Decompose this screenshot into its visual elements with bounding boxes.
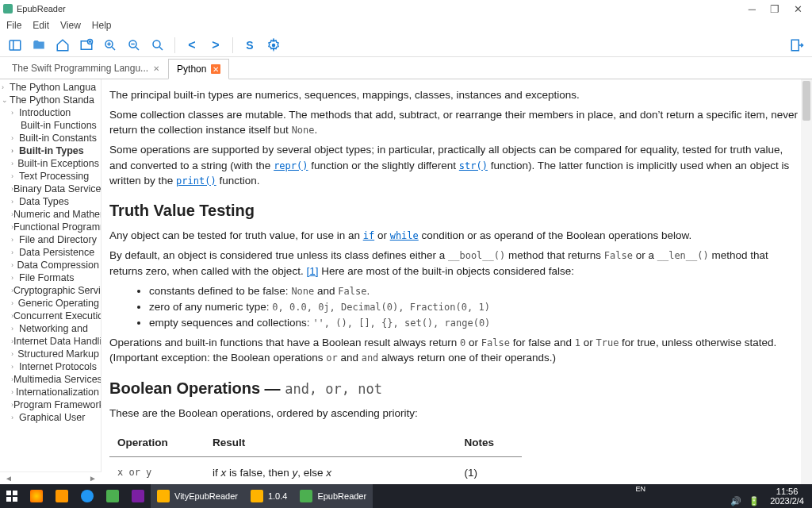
heading-boolean: Boolean Operations — and, or, not bbox=[109, 377, 798, 399]
zoom-out-icon[interactable] bbox=[125, 37, 143, 54]
taskbar: VityEpubReader 1.0.4 EpubReader EN 🔊 🔋 1… bbox=[0, 484, 812, 508]
sidebar-item[interactable]: Data Persistence bbox=[19, 247, 94, 258]
menu-edit[interactable]: Edit bbox=[33, 20, 49, 31]
table-row: x or yif x is false, then y, else x(1) bbox=[109, 457, 522, 484]
content-area: The principal built-in types are numeric… bbox=[102, 79, 812, 484]
while-link[interactable]: while bbox=[390, 230, 419, 241]
minimize-button[interactable]: ─ bbox=[749, 3, 756, 15]
sidebar-item[interactable]: File and Directory bbox=[19, 234, 97, 245]
taskbar-sublime[interactable] bbox=[49, 484, 75, 508]
sidebar-item[interactable]: Concurrent Execution bbox=[13, 310, 101, 321]
svg-rect-15 bbox=[6, 491, 11, 495]
sidebar-item[interactable]: Program Frameworks bbox=[13, 399, 101, 410]
list-item: zero of any numeric type: 0, 0.0, 0j, De… bbox=[149, 299, 798, 314]
taskbar-firefox[interactable] bbox=[24, 484, 49, 508]
open-folder-icon[interactable] bbox=[30, 37, 48, 54]
taskbar-onenote[interactable] bbox=[125, 484, 151, 508]
settings-icon[interactable] bbox=[265, 37, 282, 54]
sidebar-item[interactable]: File Formats bbox=[19, 272, 74, 283]
sidebar-item[interactable]: The Python Standa bbox=[10, 94, 94, 106]
svg-rect-16 bbox=[13, 491, 17, 495]
sidebar-item[interactable]: Built-in Constants bbox=[19, 133, 97, 144]
exit-icon[interactable] bbox=[788, 37, 806, 54]
next-page-icon[interactable]: > bbox=[207, 37, 224, 54]
sidebar-item[interactable]: Internet Data Handling bbox=[13, 336, 101, 347]
sidebar-item[interactable]: Built-in Functions bbox=[21, 120, 97, 131]
maximize-button[interactable]: ❐ bbox=[770, 3, 779, 15]
sidebar-item[interactable]: Internationalization bbox=[16, 387, 99, 398]
svg-rect-17 bbox=[6, 497, 11, 502]
lang-indicator[interactable]: EN bbox=[635, 486, 645, 494]
menu-help[interactable]: Help bbox=[92, 20, 112, 31]
vertical-scrollbar[interactable] bbox=[801, 79, 812, 484]
list-item: empty sequences and collections: '', (),… bbox=[149, 315, 798, 330]
svg-rect-14 bbox=[791, 40, 799, 51]
search-icon[interactable] bbox=[149, 37, 167, 54]
sidebar-item[interactable]: Generic Operating bbox=[18, 298, 99, 309]
str-link[interactable]: str() bbox=[459, 160, 488, 171]
sidebar-item[interactable]: Structured Markup bbox=[17, 348, 99, 360]
clock-date[interactable]: 2023/2/4 bbox=[770, 496, 804, 506]
taskbar-vityepub[interactable]: VityEpubReader bbox=[151, 484, 244, 508]
menu-view[interactable]: View bbox=[60, 20, 81, 31]
menu-file[interactable]: File bbox=[6, 20, 21, 31]
sound-icon[interactable]: 🔊 bbox=[730, 496, 741, 506]
close-icon[interactable]: ✕ bbox=[211, 64, 220, 74]
svg-point-11 bbox=[153, 40, 160, 48]
list-item: constants defined to be false: None and … bbox=[149, 283, 798, 298]
style-button[interactable]: S bbox=[241, 37, 259, 54]
window-title: EpubReader bbox=[17, 4, 749, 13]
operations-table: OperationResultNotes x or yif x is false… bbox=[109, 429, 522, 484]
taskbar-app[interactable] bbox=[100, 484, 125, 508]
svg-line-5 bbox=[112, 47, 115, 50]
repr-link[interactable]: repr() bbox=[274, 160, 308, 171]
battery-icon[interactable]: 🔋 bbox=[749, 496, 760, 506]
svg-line-9 bbox=[136, 47, 139, 50]
sidebar-item[interactable]: The Python Langua bbox=[10, 82, 96, 93]
sidebar-item[interactable]: Built-in Exceptions bbox=[17, 158, 99, 169]
svg-rect-0 bbox=[10, 40, 21, 50]
scroll-right-icon[interactable]: ► bbox=[86, 474, 100, 483]
sidebar-item[interactable]: Functional Programming bbox=[13, 221, 101, 233]
sidebar-item-selected[interactable]: Built-in Types bbox=[19, 145, 84, 156]
heading-truth: Truth Value Testing bbox=[109, 199, 798, 221]
sidebar-item[interactable]: Multimedia Services bbox=[13, 374, 101, 385]
prev-page-icon[interactable]: < bbox=[183, 37, 201, 54]
sidebar-item[interactable]: Numeric and Mathematical bbox=[13, 209, 101, 220]
toc-sidebar[interactable]: ›The Python Langua ⌄The Python Standa ›I… bbox=[0, 79, 102, 471]
taskbar-epubreader[interactable]: EpubReader bbox=[293, 484, 373, 508]
sidebar-item[interactable]: Text Processing bbox=[19, 171, 89, 182]
if-link[interactable]: if bbox=[363, 230, 374, 241]
tab-swift[interactable]: The Swift Programming Langu...✕ bbox=[3, 58, 168, 79]
app-icon bbox=[3, 4, 13, 13]
sidebar-item[interactable]: Networking and bbox=[19, 323, 88, 334]
toggle-sidebar-icon[interactable] bbox=[6, 37, 24, 54]
footnote-1-link[interactable]: [1] bbox=[306, 265, 318, 277]
svg-point-13 bbox=[272, 43, 276, 47]
clock-time[interactable]: 11:56 bbox=[770, 487, 804, 496]
sidebar-item[interactable]: Introduction bbox=[19, 107, 71, 118]
scroll-left-icon[interactable]: ◄ bbox=[2, 474, 16, 483]
sidebar-item[interactable]: Cryptographic Services bbox=[13, 285, 101, 296]
taskbar-104[interactable]: 1.0.4 bbox=[244, 484, 293, 508]
home-icon[interactable] bbox=[54, 37, 71, 54]
svg-line-12 bbox=[159, 47, 163, 50]
sidebar-item[interactable]: Graphical User bbox=[19, 412, 85, 423]
sidebar-item[interactable]: Binary Data Services bbox=[13, 183, 101, 194]
sidebar-item[interactable]: Data Types bbox=[19, 196, 69, 207]
zoom-in-icon[interactable] bbox=[102, 37, 119, 54]
tab-python[interactable]: Python✕ bbox=[168, 59, 229, 79]
sidebar-item[interactable]: Internet Protocols bbox=[19, 361, 97, 372]
print-link[interactable]: print() bbox=[176, 175, 216, 187]
close-button[interactable]: ✕ bbox=[794, 3, 802, 15]
start-button[interactable] bbox=[0, 484, 24, 508]
close-icon[interactable]: ✕ bbox=[153, 64, 159, 73]
svg-rect-18 bbox=[13, 497, 17, 502]
taskbar-app[interactable] bbox=[75, 484, 100, 508]
sidebar-item[interactable]: Data Compression bbox=[17, 260, 99, 271]
library-icon[interactable] bbox=[78, 37, 95, 54]
